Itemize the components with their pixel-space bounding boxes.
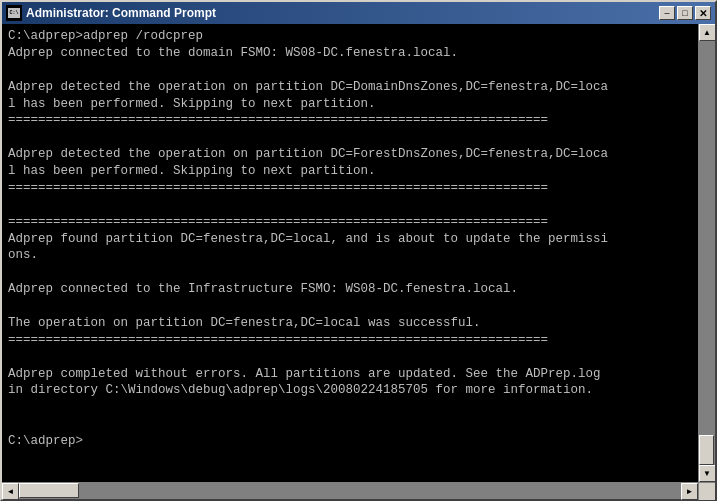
scroll-right-button[interactable]: ►: [681, 483, 698, 500]
scroll-up-button[interactable]: ▲: [699, 24, 716, 41]
window-body: C:\adprep>adprep /rodcprep Adprep connec…: [2, 24, 715, 482]
scroll-down-button[interactable]: ▼: [699, 465, 716, 482]
terminal-content: C:\adprep>adprep /rodcprep Adprep connec…: [2, 24, 698, 454]
window-title: Administrator: Command Prompt: [26, 6, 216, 20]
cmd-icon-inner: [8, 8, 20, 18]
scroll-track-horizontal[interactable]: [19, 483, 681, 499]
scroll-left-button[interactable]: ◄: [2, 483, 19, 500]
scroll-track-vertical[interactable]: [699, 41, 715, 465]
maximize-button[interactable]: □: [677, 6, 693, 20]
title-bar: Administrator: Command Prompt – □ ✕: [2, 2, 715, 24]
close-button[interactable]: ✕: [695, 6, 711, 20]
scroll-thumb-vertical[interactable]: [699, 435, 714, 465]
cmd-icon: [6, 5, 22, 21]
vertical-scrollbar[interactable]: ▲ ▼: [698, 24, 715, 482]
scroll-thumb-horizontal[interactable]: [19, 483, 79, 498]
minimize-button[interactable]: –: [659, 6, 675, 20]
title-buttons: – □ ✕: [659, 6, 711, 20]
main-window: Administrator: Command Prompt – □ ✕ C:\a…: [0, 0, 717, 501]
terminal-area[interactable]: C:\adprep>adprep /rodcprep Adprep connec…: [2, 24, 698, 482]
scrollbar-corner: [698, 483, 715, 500]
title-bar-left: Administrator: Command Prompt: [6, 5, 216, 21]
bottom-bar: ◄ ►: [2, 482, 715, 499]
